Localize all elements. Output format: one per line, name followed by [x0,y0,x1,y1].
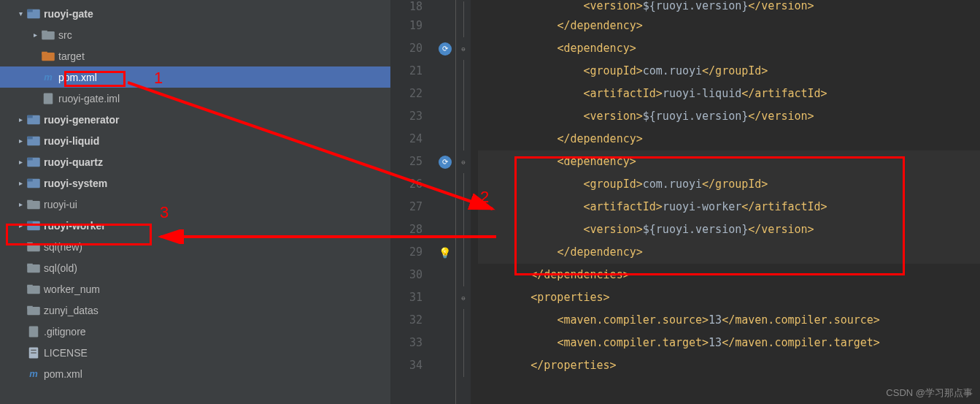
line-number: 25 [390,150,434,173]
line-number: 30 [390,264,434,286]
code-line[interactable]: <dependency> [478,37,980,60]
module-icon [26,113,41,127]
tree-item-label: ruoyi-quartz [44,156,103,168]
maven-badge-icon[interactable]: ⟳ [439,156,452,169]
gutter-marker [434,286,455,309]
code-line[interactable]: <properties> [478,286,980,309]
code-line[interactable]: <groupId>com.ruoyi</groupId> [478,60,980,83]
bulb-icon[interactable]: 💡 [439,247,451,259]
fold-marker [456,1,471,15]
tree-item--gitignore[interactable]: .gitignore [0,321,390,342]
line-number: 22 [390,83,434,105]
svg-rect-12 [27,157,33,160]
tree-item-ruoyi-ui[interactable]: ▸ruoyi-ui [0,194,390,215]
code-line[interactable]: <maven.compiler.source>13</maven.compile… [478,309,980,332]
tree-item-pom-xml[interactable]: mpom.xml [0,363,390,384]
code-line[interactable]: <version>${ruoyi.version}</version> [478,218,980,241]
tree-item-ruoyi-liquid[interactable]: ▸ruoyi-liquid [0,130,390,151]
tree-item-label: ruoyi-gate.iml [58,93,120,104]
code-line[interactable]: <artifactId>ruoyi-liquid</artifactId> [478,83,980,105]
folder-icon [26,240,41,254]
line-number: 26 [390,173,434,196]
line-number: 31 [390,286,434,309]
folder-icon [26,197,41,212]
gutter-marker: 💡 [434,241,455,264]
module-icon [26,176,41,191]
code-line[interactable]: <dependency> [478,150,980,173]
tree-arrow-icon[interactable]: ▸ [15,179,26,187]
tree-item-ruoyi-generator[interactable]: ▸ruoyi-generator [0,109,390,130]
fold-marker [456,173,471,196]
gutter-marker [434,196,455,218]
tree-item-worker-num[interactable]: worker_num [0,278,390,300]
code-line[interactable]: </properties> [478,354,980,377]
tree-item-zunyi-datas[interactable]: zunyi_datas [0,300,390,321]
code-line[interactable]: <groupId>com.ruoyi</groupId> [478,173,980,196]
code-line[interactable]: <maven.compiler.target>13</maven.compile… [478,332,980,354]
line-number: 24 [390,128,434,150]
watermark: CSDN @学习那点事 [886,386,973,400]
tree-arrow-icon[interactable]: ▸ [15,221,26,229]
tree-arrow-icon[interactable]: ▸ [29,31,41,39]
tree-arrow-icon[interactable]: ▸ [15,158,26,166]
code-line[interactable]: </dependencies> [478,264,980,286]
tree-item-label: sql(old) [44,262,77,274]
tree-item-target[interactable]: target [0,45,390,66]
maven-icon: m [41,72,55,83]
tree-arrow-icon[interactable]: ▸ [15,137,26,145]
svg-rect-3 [42,30,47,33]
tree-item-label: pom.xml [58,72,97,83]
line-gutter: 1819202122232425262728293031323334 [390,0,434,404]
fold-marker [456,218,471,241]
gutter-marker: ⟳ [434,37,455,60]
file-icon [41,91,55,106]
gutter-marker: ⟳ [434,150,455,173]
svg-rect-27 [29,326,39,337]
tree-item-ruoyi-gate-iml[interactable]: ruoyi-gate.iml [0,88,390,109]
tree-arrow-icon[interactable]: ▸ [15,115,26,123]
svg-rect-8 [27,115,33,118]
tree-item-ruoyi-worker[interactable]: ▸ruoyi-worker [0,215,390,236]
code-editor[interactable]: 1819202122232425262728293031323334 ⟳⟳💡 ⊖… [390,0,980,404]
folder-icon [26,303,41,318]
gutter-marker [434,1,455,15]
code-line[interactable]: <version>${ruoyi.version}</version> [478,105,980,128]
svg-rect-24 [27,284,33,287]
line-number: 29 [390,241,434,264]
tree-item-sql-new-[interactable]: sql(new) [0,236,390,257]
svg-rect-16 [27,199,33,202]
code-area[interactable]: <version>${ruoyi.version}</version> </de… [471,0,980,404]
svg-rect-20 [27,242,33,245]
tree-item-label: LICENSE [44,347,88,359]
file-text-icon [26,346,41,360]
tree-item-label: ruoyi-liquid [44,135,99,147]
maven-badge-icon[interactable]: ⟳ [439,42,452,56]
fold-marker [456,196,471,218]
marker-gutter: ⟳⟳💡 [434,0,456,404]
project-tree[interactable]: ▾ruoyi-gate▸srctargetmpom.xmlruoyi-gate.… [0,0,390,404]
code-line[interactable]: </dependency> [478,128,980,150]
tree-item-ruoyi-gate[interactable]: ▾ruoyi-gate [0,3,390,24]
code-line[interactable]: <artifactId>ruoyi-worker</artifactId> [478,196,980,218]
tree-arrow-icon[interactable]: ▸ [15,200,26,208]
fold-marker [456,15,471,37]
code-line[interactable]: </dependency> [478,15,980,37]
tree-item-pom-xml[interactable]: mpom.xml [0,66,390,88]
line-number: 32 [390,309,434,332]
code-line[interactable]: <version>${ruoyi.version}</version> [478,1,980,15]
tree-arrow-icon[interactable]: ▾ [15,9,26,18]
tree-item-label: pom.xml [44,368,82,380]
line-number: 18 [390,1,434,15]
fold-marker [456,241,471,264]
tree-item-ruoyi-system[interactable]: ▸ruoyi-system [0,172,390,194]
tree-item-ruoyi-quartz[interactable]: ▸ruoyi-quartz [0,151,390,172]
tree-item-src[interactable]: ▸src [0,24,390,45]
tree-item-sql-old-[interactable]: sql(old) [0,257,390,278]
code-line[interactable]: </dependency> [478,241,980,264]
fold-marker [456,332,471,354]
tree-item-label: ruoyi-gate [44,8,93,20]
gutter-marker [434,309,455,332]
tree-item-license[interactable]: LICENSE [0,342,390,363]
gutter-marker [434,354,455,377]
fold-gutter: ⊖⊖⊖ [456,0,471,404]
